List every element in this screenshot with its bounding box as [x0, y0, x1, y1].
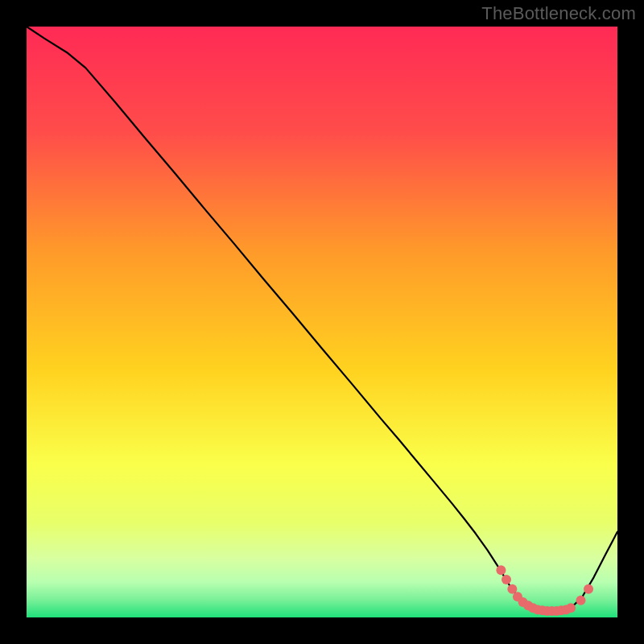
- marker-dot: [576, 596, 585, 605]
- marker-dot: [584, 584, 593, 594]
- marker-dot: [566, 603, 576, 613]
- watermark-text: TheBottleneck.com: [481, 3, 636, 24]
- marker-dot: [496, 565, 506, 575]
- plot-background: [27, 27, 617, 617]
- chart-container: TheBottleneck.com: [0, 0, 644, 644]
- marker-dot: [502, 575, 511, 584]
- bottleneck-chart: [0, 0, 644, 644]
